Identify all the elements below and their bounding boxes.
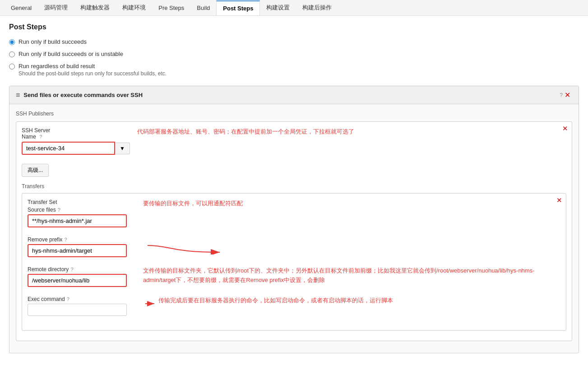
radio-input-1[interactable]	[9, 51, 15, 57]
remote-directory-help-icon[interactable]: ?	[70, 267, 73, 272]
remove-prefix-help-icon[interactable]: ?	[64, 237, 67, 242]
radio-option-0: Run only if build succeeds	[9, 38, 579, 45]
arrow-svg	[143, 236, 224, 254]
source-files-help-icon[interactable]: ?	[58, 207, 60, 213]
plugin-body: SSH Publishers ✕ SSH Server Name ? ▼	[9, 104, 579, 353]
drag-icon: ≡	[16, 91, 20, 99]
page-content: Post Steps Run only if build succeedsRun…	[0, 16, 588, 361]
remote-directory-field: Remote directory ?	[28, 266, 136, 287]
exec-command-help-icon[interactable]: ?	[67, 296, 69, 302]
plugin-section: ≡ Send files or execute commands over SS…	[9, 86, 579, 353]
tab-general[interactable]: General	[5, 1, 38, 15]
source-files-input-col: Transfer Set Source files ?	[28, 199, 136, 232]
exec-command-label: Exec command ?	[28, 296, 136, 302]
ssh-server-annotation-col: 代码部署服务器地址、账号、密码；在配置中提前加一个全局凭证，下拉框就可选了	[130, 127, 566, 137]
plugin-header: ≡ Send files or execute commands over SS…	[9, 86, 579, 104]
ssh-server-label: SSH Server Name ?	[22, 127, 130, 140]
radio-label-0: Run only if build succeeds	[19, 38, 87, 45]
tab-build[interactable]: Build	[190, 1, 216, 15]
source-files-annotation: 要传输的目标文件，可以用通配符匹配	[143, 200, 243, 207]
ssh-server-annotation: 代码部署服务器地址、账号、密码；在配置中提前加一个全局凭证，下拉框就可选了	[137, 128, 354, 135]
source-files-row: Transfer Set Source files ? 要传输的目标文件，可以用…	[28, 199, 560, 232]
transfers-label: Transfers	[22, 183, 566, 190]
source-files-label: Source files ?	[28, 207, 136, 213]
remove-prefix-label: Remove prefix ?	[28, 236, 136, 243]
top-nav: General源码管理构建触发器构建环境Pre StepsBuildPost S…	[0, 0, 588, 16]
exec-command-annotation: 传输完成后要在目标服务器执行的命令，比如写启动命令，或者有启动脚本的话，运行脚本	[158, 296, 393, 305]
source-files-input[interactable]	[28, 214, 127, 227]
advanced-button[interactable]: 高级...	[22, 164, 49, 177]
remove-prefix-field: Remove prefix ?	[28, 236, 136, 257]
exec-command-row: Exec command ?	[28, 296, 560, 320]
page-title: Post Steps	[9, 23, 579, 31]
exec-command-input[interactable]	[28, 304, 127, 316]
tab-源码管理[interactable]: 源码管理	[38, 0, 74, 15]
ssh-server-row: SSH Server Name ? ▼ 代码部署服务器地址、账号、密码；在配置中…	[22, 127, 566, 155]
remote-directory-annotation-col: 文件传输的目标文件夹，它默认传到/root下的、文件夹中；另外默认在目标文件前加…	[136, 266, 560, 285]
radio-sublabel-2: Should the post-build steps run only for…	[19, 70, 167, 77]
source-annotation-col: 要传输的目标文件，可以用通配符匹配	[136, 199, 560, 208]
remove-prefix-input[interactable]	[28, 244, 127, 257]
remote-directory-annotation: 文件传输的目标文件夹，它默认传到/root下的、文件夹中；另外默认在目标文件前加…	[143, 267, 535, 283]
plugin-help-icon[interactable]: ?	[560, 92, 563, 98]
radio-input-2[interactable]	[9, 64, 15, 69]
transfer-set-label: Transfer Set	[28, 199, 136, 205]
remote-directory-label: Remote directory ?	[28, 266, 136, 273]
radio-input-0[interactable]	[9, 39, 15, 45]
ssh-name-help-icon[interactable]: ?	[39, 134, 42, 139]
remote-directory-row: Remote directory ? 文件传输的目标文件夹，它默认传到/root…	[28, 266, 560, 291]
radio-option-1: Run only if build succeeds or is unstabl…	[9, 51, 579, 57]
ssh-server-input-col: SSH Server Name ? ▼	[22, 127, 130, 155]
radio-label-1: Run only if build succeeds or is unstabl…	[19, 51, 123, 57]
tab-构建触发器[interactable]: 构建触发器	[74, 0, 116, 15]
exec-command-field: Exec command ?	[28, 296, 136, 316]
tab-构建后操作[interactable]: 构建后操作	[296, 0, 338, 15]
tab-pre-steps[interactable]: Pre Steps	[152, 1, 190, 15]
ssh-server-close-button[interactable]: ✕	[562, 125, 568, 133]
remote-directory-input[interactable]	[28, 274, 127, 287]
ssh-server-name-input[interactable]	[22, 142, 115, 155]
remote-directory-input-col: Remote directory ?	[28, 266, 136, 291]
remove-prefix-annotation-col	[136, 236, 560, 256]
tab-post-steps[interactable]: Post Steps	[216, 0, 260, 15]
plugin-title: Send files or execute commands over SSH	[23, 92, 557, 98]
ssh-publishers-label: SSH Publishers	[16, 111, 572, 117]
radio-label-2: Run regardless of build result	[19, 63, 95, 69]
remove-prefix-row: Remove prefix ?	[28, 236, 560, 262]
radio-group: Run only if build succeedsRun only if bu…	[9, 38, 579, 77]
exec-command-annotation-col: 传输完成后要在目标服务器执行的命令，比如写启动命令，或者有启动脚本的话，运行脚本	[136, 296, 560, 310]
tab-构建环境[interactable]: 构建环境	[116, 0, 152, 15]
ssh-server-block: ✕ SSH Server Name ? ▼	[16, 121, 572, 341]
transfer-set-close-button[interactable]: ✕	[556, 196, 562, 204]
remove-prefix-input-col: Remove prefix ?	[28, 236, 136, 262]
plugin-close-button[interactable]: ✕	[563, 91, 572, 99]
ssh-server-dropdown-arrow[interactable]: ▼	[115, 143, 130, 154]
radio-option-2: Run regardless of build resultShould the…	[9, 63, 579, 77]
exec-command-input-col: Exec command ?	[28, 296, 136, 320]
ssh-server-input-wrapper: ▼	[22, 142, 130, 155]
tab-构建设置[interactable]: 构建设置	[260, 0, 296, 15]
exec-arrow-svg	[143, 297, 157, 310]
transfer-set-block: ✕ Transfer Set Source files ?	[22, 193, 566, 331]
source-files-field: Transfer Set Source files ?	[28, 199, 136, 227]
